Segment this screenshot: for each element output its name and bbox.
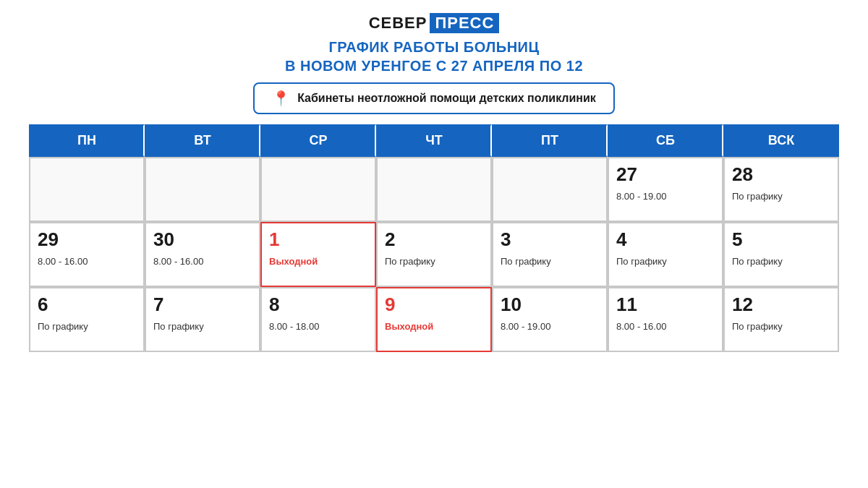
cell-day-number: 11 [616, 294, 715, 315]
cell-time: По графику [501, 256, 599, 267]
cell-day-number: 6 [38, 294, 136, 315]
day-header: СБ [608, 124, 723, 157]
logo-press: ПРЕСС [430, 13, 499, 33]
cell-day-number: 8 [269, 294, 367, 315]
cell-day-number: 12 [732, 294, 830, 315]
calendar-cell: 118.00 - 16.00 [608, 287, 723, 352]
cell-day-number: 5 [732, 229, 830, 250]
calendar-cell [260, 157, 376, 222]
cell-day-number: 3 [501, 229, 599, 250]
cell-time: 8.00 - 19.00 [501, 321, 599, 332]
calendar-cell: 2По графику [376, 222, 492, 287]
logo-sever: СЕВЕР [369, 14, 427, 33]
cell-time: 8.00 - 18.00 [269, 321, 367, 332]
cell-day-number: 9 [385, 294, 483, 315]
calendar-cell [145, 157, 260, 222]
cell-time: 8.00 - 19.00 [616, 191, 715, 202]
cell-day-number: 1 [269, 229, 367, 250]
day-header: ПН [29, 124, 145, 157]
cell-time: По графику [385, 256, 483, 267]
calendar-cell: 298.00 - 16.00 [29, 222, 145, 287]
day-header: СР [260, 124, 376, 157]
calendar-cell: 278.00 - 19.00 [608, 157, 723, 222]
cell-time: 8.00 - 16.00 [153, 256, 252, 267]
cell-time: По графику [732, 256, 830, 267]
cell-time: По графику [732, 321, 830, 332]
page-title: ГРАФИК РАБОТЫ БОЛЬНИЦ В НОВОМ УРЕНГОЕ С … [285, 38, 583, 75]
calendar-cell: 4По графику [608, 222, 723, 287]
calendar-cell: 308.00 - 16.00 [145, 222, 260, 287]
calendar-cell [29, 157, 145, 222]
cell-time: По графику [38, 321, 136, 332]
cell-day-number: 30 [153, 229, 252, 250]
cell-time: 8.00 - 16.00 [38, 256, 136, 267]
calendar-cell: 88.00 - 18.00 [260, 287, 376, 352]
day-header: ВТ [145, 124, 260, 157]
subtitle-text: Кабинеты неотложной помощи детских полик… [297, 92, 596, 105]
calendar-cell: 5По графику [723, 222, 839, 287]
day-header: ЧТ [376, 124, 492, 157]
cell-day-number: 29 [38, 229, 136, 250]
calendar-cell: 9Выходной [376, 287, 492, 352]
cell-day-number: 27 [616, 164, 715, 185]
cell-day-number: 2 [385, 229, 483, 250]
calendar-cell: 12По графику [723, 287, 839, 352]
cell-time: По графику [732, 191, 830, 202]
cell-day-number: 28 [732, 164, 830, 185]
subtitle-box: 📍 Кабинеты неотложной помощи детских пол… [253, 82, 615, 114]
day-header: ПТ [492, 124, 608, 157]
calendar-cell [376, 157, 492, 222]
cell-time: По графику [153, 321, 252, 332]
calendar-cell: 108.00 - 19.00 [492, 287, 608, 352]
cell-day-number: 4 [616, 229, 715, 250]
cell-day-number: 7 [153, 294, 252, 315]
cell-time: Выходной [385, 321, 483, 332]
cell-day-number: 10 [501, 294, 599, 315]
logo: СЕВЕР ПРЕСС [369, 13, 500, 33]
calendar-cell: 3По графику [492, 222, 608, 287]
cell-time: 8.00 - 16.00 [616, 321, 715, 332]
pin-icon: 📍 [272, 90, 290, 107]
calendar-cell: 6По графику [29, 287, 145, 352]
day-header: ВСК [723, 124, 839, 157]
calendar-cell: 7По графику [145, 287, 260, 352]
calendar-cell: 1Выходной [260, 222, 376, 287]
cell-time: По графику [616, 256, 715, 267]
calendar-cell [492, 157, 608, 222]
calendar-table: ПНВТСРЧТПТСБВСК 278.00 - 19.0028По графи… [29, 124, 839, 352]
calendar-cell: 28По графику [723, 157, 839, 222]
cell-time: Выходной [269, 256, 367, 267]
